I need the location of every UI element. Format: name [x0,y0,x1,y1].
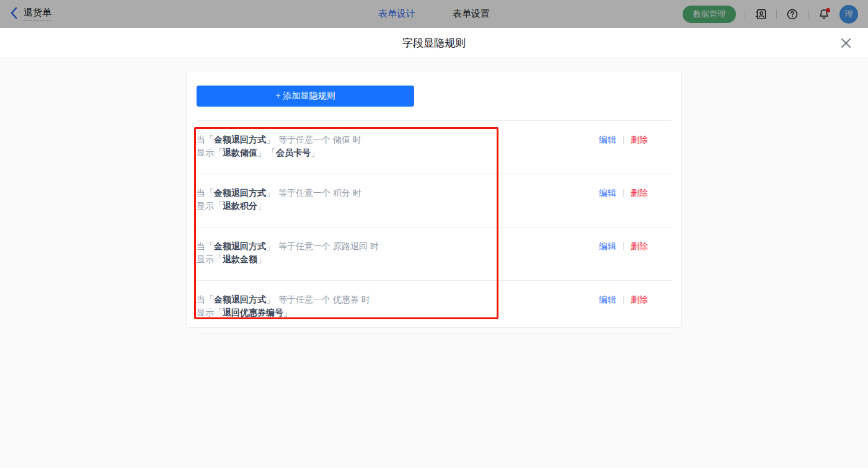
divider [623,136,624,144]
condition-value: 原路退回 [333,241,368,251]
condition-field: 金额退回方式 [214,188,266,198]
rule-result: 显示「退回优惠券编号」 [197,306,671,319]
condition-value: 优惠券 [333,294,359,304]
close-icon[interactable] [839,36,852,50]
modal-title: 字段显隐规则 [402,36,466,50]
operator: 等于任意一个 [278,241,330,251]
edit-link[interactable]: 编辑 [599,240,616,253]
target-field: 退款储值 [223,148,257,157]
operator: 等于任意一个 [278,135,330,144]
edit-link[interactable]: 编辑 [599,187,616,200]
delete-link[interactable]: 删除 [631,187,648,200]
target-field: 退款积分 [223,201,257,211]
rule-actions: 编辑 删除 [599,133,648,146]
edit-link[interactable]: 编辑 [599,293,616,306]
condition-value: 储值 [333,135,350,144]
condition-field: 金额退回方式 [214,241,266,251]
condition-field: 金额退回方式 [214,135,266,144]
target-field: 会员卡号 [276,148,311,157]
modal-header: 字段显隐规则 [0,28,868,58]
operator: 等于任意一个 [278,188,330,198]
delete-link[interactable]: 删除 [631,240,648,253]
condition-field: 金额退回方式 [214,294,266,304]
add-rule-button[interactable]: + 添加显隐规则 [197,86,414,107]
rule-row-1: 当「金额退回方式」等于任意一个储值时 显示「退款储值」「会员卡号」 编辑 删除 [197,121,671,174]
edit-link[interactable]: 编辑 [599,133,616,146]
operator: 等于任意一个 [278,294,330,304]
divider [623,296,624,304]
rule-result: 显示「退款金额」 [197,253,671,266]
divider [623,242,624,250]
rules-card: + 添加显隐规则 当「金额退回方式」等于任意一个储值时 显示「退款储值」「会员卡… [186,71,682,328]
rule-row-2: 当「金额退回方式」等于任意一个积分时 显示「退款积分」 编辑 删除 [197,174,671,227]
rule-result: 显示「退款储值」「会员卡号」 [197,146,671,159]
rule-actions: 编辑 删除 [599,240,648,253]
rule-actions: 编辑 删除 [599,187,648,200]
delete-link[interactable]: 删除 [631,133,648,146]
target-field: 退回优惠券编号 [223,307,283,317]
divider [623,189,624,197]
field-visibility-rules-modal: 字段显隐规则 + 添加显隐规则 当「金额退回方式」等于任意一个储值时 显示「退款… [0,28,868,468]
rule-result: 显示「退款积分」 [197,200,671,213]
condition-value: 积分 [333,188,350,198]
modal-mask [0,0,868,28]
rule-actions: 编辑 删除 [599,293,648,306]
delete-link[interactable]: 删除 [631,293,648,306]
modal-body: + 添加显隐规则 当「金额退回方式」等于任意一个储值时 显示「退款储值」「会员卡… [0,58,868,328]
rule-row-3: 当「金额退回方式」等于任意一个原路退回时 显示「退款金额」 编辑 删除 [197,227,671,281]
rule-row-4: 当「金额退回方式」等于任意一个优惠券时 显示「退回优惠券编号」 编辑 删除 [197,281,671,334]
target-field: 退款金额 [223,254,257,264]
